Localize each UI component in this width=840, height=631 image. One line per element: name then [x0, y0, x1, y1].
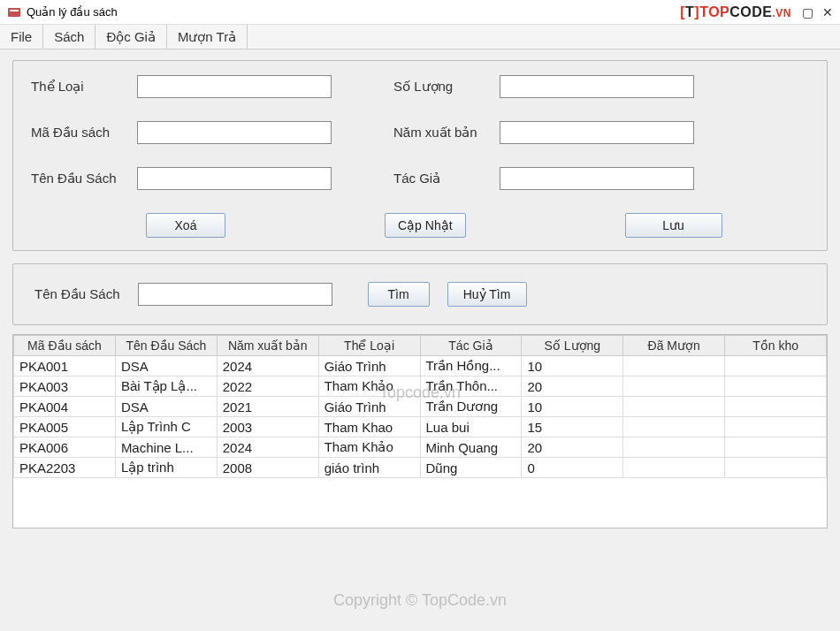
svg-rect-0	[8, 8, 20, 17]
table-cell: 2024	[217, 437, 318, 458]
table-cell: Tham Khảo	[318, 376, 420, 397]
column-header[interactable]: Mã Đầu sách	[14, 336, 116, 356]
table-cell	[623, 437, 725, 458]
table-cell: 2021	[217, 397, 318, 417]
table-cell: Machine L...	[115, 437, 217, 458]
titlebar: Quản lý đầu sách [T]TOPCODE.VN ▢ ✕	[0, 0, 840, 25]
table-cell	[725, 437, 827, 458]
table-cell: PKA2203	[14, 458, 116, 478]
table-cell: PKA005	[14, 417, 116, 437]
cancel-search-button[interactable]: Huỷ Tìm	[447, 282, 527, 307]
table-cell: Tham Khảo	[318, 437, 420, 458]
table-row[interactable]: PKA006Machine L...2024Tham KhảoMinh Quan…	[14, 437, 827, 458]
table-cell: PKA004	[14, 397, 116, 417]
table-cell: Bài Tập Lậ...	[115, 376, 217, 397]
table-cell: Trần Hồng...	[420, 356, 522, 376]
input-nam-xuat-ban[interactable]	[500, 121, 694, 144]
input-ma-dau-sach[interactable]	[137, 121, 332, 144]
save-button[interactable]: Lưu	[625, 213, 722, 238]
table-cell: 2022	[217, 376, 318, 397]
table-cell	[725, 376, 827, 397]
menubar: File Sách Độc Giả Mượn Trả	[0, 25, 840, 49]
table-cell: 20	[522, 437, 623, 458]
table-cell: Trần Thôn...	[420, 376, 522, 397]
table-cell	[725, 417, 827, 437]
table-cell: Lập trình	[115, 458, 217, 478]
delete-button[interactable]: Xoá	[146, 213, 225, 238]
label-ten-dau-sach: Tên Đầu Sách	[31, 171, 137, 186]
label-the-loai: Thể Loại	[31, 79, 137, 95]
column-header[interactable]: Tác Giả	[420, 336, 522, 356]
column-header[interactable]: Tồn kho	[725, 336, 827, 356]
label-nam-xuat-ban: Năm xuất bản	[393, 125, 500, 141]
search-panel: Tên Đầu Sách Tìm Huỷ Tìm	[12, 263, 828, 325]
svg-rect-1	[10, 10, 19, 11]
table-cell: Giáo Trình	[318, 397, 420, 417]
input-tac-gia[interactable]	[500, 167, 694, 190]
table-cell	[725, 356, 827, 376]
table-row[interactable]: PKA005Lập Trình C2003Tham KhaoLua bui15	[14, 417, 827, 437]
label-so-luong: Số Lượng	[393, 79, 500, 95]
table-cell	[623, 458, 725, 478]
table-cell: 15	[522, 417, 623, 437]
table-row[interactable]: PKA2203Lập trình2008giáo trìnhDũng0	[14, 458, 827, 478]
input-the-loai[interactable]	[137, 75, 332, 98]
table-cell: 0	[522, 458, 623, 478]
input-so-luong[interactable]	[500, 75, 694, 98]
menu-file[interactable]: File	[0, 25, 43, 49]
update-button[interactable]: Cập Nhật	[385, 213, 466, 238]
label-ma-dau-sach: Mã Đầu sách	[31, 125, 137, 141]
column-header[interactable]: Số Lượng	[522, 336, 623, 356]
table-cell: Lập Trình C	[115, 417, 217, 437]
table-cell: PKA003	[14, 376, 116, 397]
table-row[interactable]: PKA003Bài Tập Lậ...2022Tham KhảoTrần Thô…	[14, 376, 827, 397]
menu-sach[interactable]: Sách	[43, 25, 95, 49]
search-input[interactable]	[138, 283, 332, 306]
table-cell	[623, 397, 725, 417]
window-title: Quản lý đầu sách	[27, 5, 118, 19]
data-table-container[interactable]: Mã Đầu sáchTên Đầu SáchNăm xuất bảnThể L…	[12, 334, 828, 528]
column-header[interactable]: Năm xuất bản	[217, 336, 318, 356]
data-table: Mã Đầu sáchTên Đầu SáchNăm xuất bảnThể L…	[13, 335, 827, 478]
table-cell	[623, 376, 725, 397]
table-cell	[623, 417, 725, 437]
table-cell: Minh Quang	[420, 437, 522, 458]
menu-doc-gia[interactable]: Độc Giả	[95, 25, 167, 49]
brand-logo: [T]TOPCODE.VN	[680, 4, 791, 20]
table-cell: 20	[522, 376, 623, 397]
table-cell: 10	[522, 397, 623, 417]
search-label: Tên Đầu Sách	[34, 286, 120, 302]
table-cell	[725, 458, 827, 478]
table-cell: 2008	[217, 458, 318, 478]
column-header[interactable]: Đã Mượn	[623, 336, 725, 356]
table-cell: giáo trình	[318, 458, 420, 478]
search-button[interactable]: Tìm	[368, 282, 430, 307]
table-cell: Giáo Trình	[318, 356, 420, 376]
column-header[interactable]: Tên Đầu Sách	[115, 336, 217, 356]
form-panel: Thể Loại Số Lượng Mã Đầu sách Năm xuất b…	[12, 60, 828, 251]
table-cell: Lua bui	[420, 417, 522, 437]
table-cell: DSA	[115, 356, 217, 376]
close-icon[interactable]: ✕	[822, 5, 833, 19]
table-cell: 2003	[217, 417, 318, 437]
menu-muon-tra[interactable]: Mượn Trả	[167, 25, 248, 49]
table-cell: Tham Khao	[318, 417, 420, 437]
table-cell	[623, 356, 725, 376]
table-cell	[725, 397, 827, 417]
table-cell: 2024	[217, 356, 318, 376]
table-cell: Dũng	[420, 458, 522, 478]
table-cell: Trần Dương	[420, 397, 522, 417]
table-row[interactable]: PKA001DSA2024Giáo TrìnhTrần Hồng...10	[14, 356, 827, 376]
table-cell: PKA006	[14, 437, 116, 458]
input-ten-dau-sach[interactable]	[137, 167, 332, 190]
app-icon	[7, 5, 21, 19]
table-cell: 10	[522, 356, 623, 376]
maximize-icon[interactable]: ▢	[802, 5, 813, 19]
table-cell: PKA001	[14, 356, 116, 376]
watermark-footer: Copyright © TopCode.vn	[333, 591, 507, 610]
column-header[interactable]: Thể Loại	[318, 336, 420, 356]
table-row[interactable]: PKA004DSA2021Giáo TrìnhTrần Dương10	[14, 397, 827, 417]
table-cell: DSA	[115, 397, 217, 417]
label-tac-gia: Tác Giả	[393, 171, 500, 186]
